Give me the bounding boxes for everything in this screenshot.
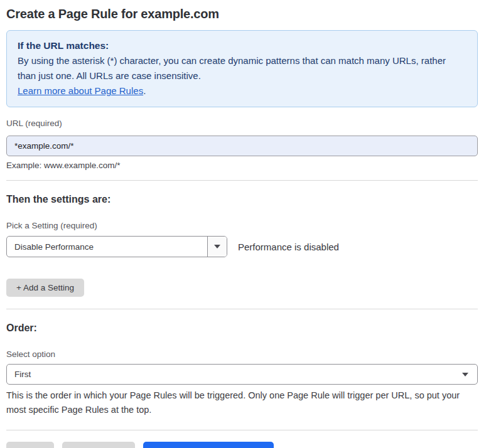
create-page-rule-form: Create a Page Rule for example.com If th… (0, 0, 496, 448)
order-help-text: This is the order in which your Page Rul… (6, 388, 474, 417)
info-box-body: By using the asterisk (*) character, you… (18, 53, 466, 83)
order-section-heading: Order: (6, 323, 478, 334)
link-period: . (143, 85, 146, 96)
url-example-text: Example: www.example.com/* (6, 161, 478, 170)
pick-setting-label: Pick a Setting (required) (6, 221, 478, 231)
learn-more-page-rules-link[interactable]: Learn more about Page Rules (18, 85, 143, 96)
add-setting-button[interactable]: + Add a Setting (6, 279, 84, 297)
url-input[interactable] (6, 136, 478, 156)
setting-select-value: Disable Performance (7, 237, 207, 257)
order-select-value: First (7, 365, 462, 384)
section-divider (6, 309, 478, 309)
save-and-deploy-button[interactable]: Save and Deploy Page Rule (143, 442, 274, 448)
chevron-down-icon (462, 373, 468, 376)
order-select-arrow (462, 365, 477, 384)
setting-row: Disable Performance Performance is disab… (6, 236, 478, 257)
section-divider (6, 430, 478, 430)
form-actions: Cancel Save as Draft Save and Deploy Pag… (6, 442, 478, 448)
section-divider (6, 180, 478, 181)
save-as-draft-button[interactable]: Save as Draft (62, 442, 136, 448)
chevron-down-icon (214, 245, 220, 248)
order-select[interactable]: First (6, 364, 478, 385)
settings-section-heading: Then the settings are: (6, 194, 478, 205)
url-label: URL (required) (6, 119, 478, 129)
cancel-button[interactable]: Cancel (6, 442, 54, 448)
setting-status-text: Performance is disabled (238, 242, 339, 252)
info-box-link-row: Learn more about Page Rules. (18, 83, 466, 99)
select-option-label: Select option (6, 349, 478, 360)
info-box-heading: If the URL matches: (18, 38, 466, 53)
setting-select[interactable]: Disable Performance (6, 236, 227, 257)
page-title: Create a Page Rule for example.com (6, 6, 478, 21)
setting-select-arrow-button[interactable] (207, 237, 227, 257)
url-matches-info-box: If the URL matches: By using the asteris… (6, 30, 478, 107)
